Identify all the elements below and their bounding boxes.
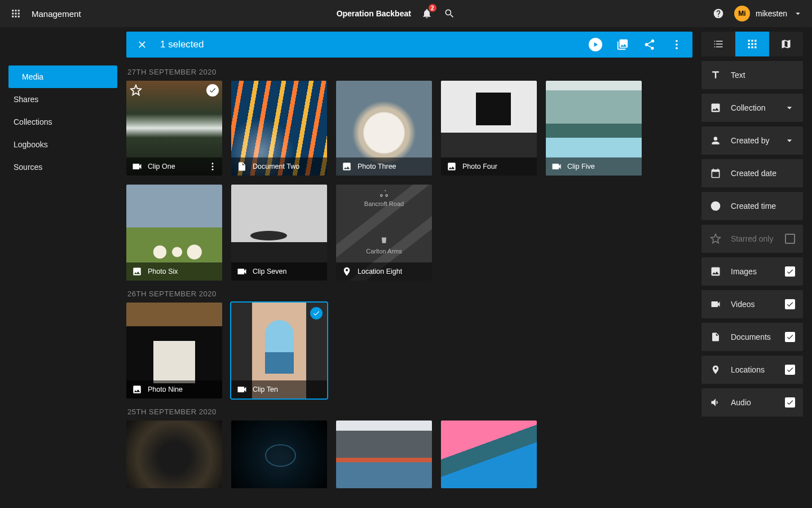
media-tile[interactable]: Clip One	[126, 81, 222, 176]
media-tile[interactable]	[336, 421, 432, 488]
view-list-icon[interactable]	[701, 32, 735, 56]
view-map-icon[interactable]	[769, 32, 803, 56]
checkbox[interactable]	[785, 365, 795, 375]
filter-text[interactable]: Text	[701, 61, 803, 89]
avatar: Mi	[734, 6, 750, 21]
checkbox[interactable]	[785, 299, 795, 309]
map-label: Bancroft Road	[336, 200, 432, 207]
filter-created-by[interactable]: Created by	[701, 126, 803, 155]
tile-name: Clip One	[148, 163, 175, 170]
text-icon	[709, 69, 722, 81]
filter-label: Documents	[731, 332, 776, 341]
audio-icon	[709, 397, 722, 408]
filter-created-date[interactable]: Created date	[701, 159, 803, 187]
person-icon	[709, 135, 722, 146]
star-icon[interactable]	[130, 84, 142, 97]
location-icon	[709, 365, 722, 375]
svg-rect-8	[18, 16, 20, 17]
view-grid-icon[interactable]	[735, 32, 769, 56]
selection-count: 1 selected	[160, 39, 204, 50]
sidebar-item-logbooks[interactable]: Logbooks	[0, 133, 117, 156]
svg-rect-6	[12, 16, 14, 17]
filter-images[interactable]: Images	[701, 257, 803, 286]
filter-label: Created date	[731, 169, 795, 178]
checkbox[interactable]	[785, 266, 795, 277]
more-icon[interactable]	[670, 38, 683, 51]
image-icon	[131, 265, 143, 278]
svg-rect-2	[18, 10, 20, 11]
svg-rect-18	[748, 43, 750, 45]
topbar: Management Operation Backbeat 2 Mi mikes…	[0, 0, 812, 27]
chevron-down-icon	[793, 8, 803, 19]
svg-point-11	[676, 47, 678, 50]
checkbox[interactable]	[785, 397, 795, 408]
svg-point-13	[212, 166, 214, 168]
filter-documents[interactable]: Documents	[701, 323, 803, 351]
sidebar-item-sources[interactable]: Sources	[0, 156, 117, 178]
filter-label: Collection	[731, 103, 775, 112]
svg-point-9	[676, 40, 678, 42]
bike-icon	[379, 189, 389, 198]
apps-icon[interactable]	[9, 7, 23, 20]
tile-name: Clip Five	[567, 163, 595, 170]
app-title: Management	[32, 9, 81, 19]
video-icon	[236, 383, 248, 396]
media-tile[interactable]: Bancroft Road Carlton Arms Location Eigh…	[336, 185, 432, 281]
help-icon[interactable]	[712, 7, 725, 20]
tile-name: Document Two	[253, 163, 299, 170]
filter-locations[interactable]: Locations	[701, 356, 803, 384]
media-tile[interactable]: Photo Nine	[126, 303, 222, 398]
user-menu[interactable]: Mi mikesten	[734, 6, 803, 21]
user-name: mikesten	[756, 9, 787, 18]
svg-rect-21	[748, 46, 750, 48]
image-icon	[445, 160, 458, 173]
check-circle-icon[interactable]	[206, 84, 219, 97]
media-tile[interactable]	[126, 421, 222, 488]
sidebar-item-shares[interactable]: Shares	[0, 88, 117, 111]
media-tile[interactable]: Photo Six	[126, 185, 222, 281]
date-header: 27TH SEPTEMBER 2020	[127, 68, 692, 76]
svg-rect-5	[18, 13, 20, 15]
tile-name: Photo Nine	[148, 386, 183, 393]
filter-starred-only[interactable]: Starred only	[701, 225, 803, 253]
media-tile[interactable]: Photo Three	[336, 81, 432, 176]
media-tile[interactable]	[231, 421, 327, 488]
video-icon	[709, 299, 722, 310]
svg-rect-22	[751, 46, 753, 48]
filter-videos[interactable]: Videos	[701, 290, 803, 318]
filter-label: Images	[731, 267, 776, 276]
date-header: 25TH SEPTEMBER 2020	[127, 408, 692, 416]
media-tile[interactable]: Clip Seven	[231, 185, 327, 281]
media-tile[interactable]: Clip Ten	[231, 303, 327, 398]
tile-name: Clip Seven	[253, 268, 286, 275]
media-tile[interactable]: Clip Five	[546, 81, 642, 176]
sidebar-item-collections[interactable]: Collections	[0, 111, 117, 133]
tile-more-icon[interactable]	[208, 161, 218, 172]
search-icon[interactable]	[443, 7, 456, 20]
selected-check-icon[interactable]	[310, 307, 323, 319]
share-icon[interactable]	[643, 38, 656, 51]
tile-name: Photo Six	[148, 268, 178, 275]
svg-rect-19	[751, 43, 753, 45]
checkbox[interactable]	[785, 234, 795, 244]
filter-created-time[interactable]: Created time	[701, 192, 803, 220]
sidebar-item-media[interactable]: Media	[8, 65, 117, 88]
media-tile[interactable]: Photo Four	[441, 81, 537, 176]
checkbox[interactable]	[785, 332, 795, 342]
media-tile[interactable]	[441, 421, 537, 488]
date-header: 26TH SEPTEMBER 2020	[127, 290, 692, 298]
svg-rect-20	[754, 43, 756, 45]
filter-collection[interactable]: Collection	[701, 94, 803, 122]
chevron-down-icon	[784, 102, 795, 113]
operation-title[interactable]: Operation Backbeat	[337, 9, 411, 18]
selection-bar: 1 selected	[126, 32, 692, 58]
play-button[interactable]	[589, 38, 602, 51]
collection-action-icon[interactable]	[616, 38, 629, 51]
filter-audio[interactable]: Audio	[701, 388, 803, 417]
filter-label: Videos	[731, 300, 776, 309]
svg-rect-0	[12, 10, 14, 11]
svg-rect-17	[754, 40, 756, 42]
media-tile[interactable]: Document Two	[231, 81, 327, 176]
close-icon[interactable]	[135, 38, 149, 51]
notifications-icon[interactable]: 2	[420, 7, 434, 20]
